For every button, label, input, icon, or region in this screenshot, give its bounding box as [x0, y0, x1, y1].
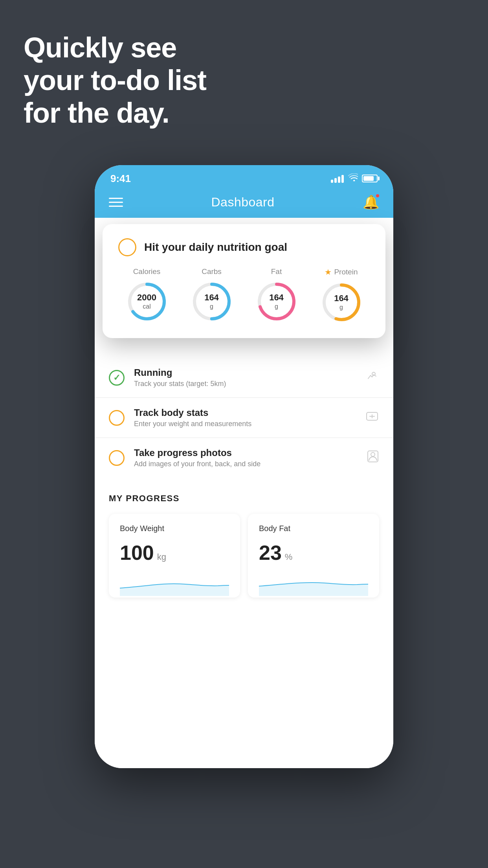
todo-subtitle: Enter your weight and measurements: [134, 420, 365, 428]
app-title: Dashboard: [211, 195, 274, 210]
todo-title: Take progress photos: [134, 447, 367, 458]
card-header: Hit your daily nutrition goal: [118, 238, 370, 256]
scale-icon: [365, 410, 379, 425]
todo-list: ✓ Running Track your stats (target: 5km): [95, 358, 393, 478]
calories-donut: 2000 cal: [125, 280, 169, 323]
calories-value: 2000 cal: [137, 292, 156, 311]
check-icon: ✓: [113, 373, 120, 383]
carbs-value: 164 g: [204, 292, 219, 311]
todo-circle-running: ✓: [109, 370, 125, 386]
body-fat-value-row: 23 %: [259, 541, 368, 565]
progress-section-title: MY PROGRESS: [109, 493, 379, 504]
body-weight-card[interactable]: Body Weight 100 kg: [109, 514, 240, 598]
carbs-label: Carbs: [202, 267, 222, 276]
todo-item-photos[interactable]: Take progress photos Add images of your …: [95, 438, 393, 478]
body-weight-value-row: 100 kg: [120, 541, 229, 565]
notification-dot: [375, 193, 380, 198]
todo-subtitle: Add images of your front, back, and side: [134, 460, 367, 468]
notification-button[interactable]: 🔔: [363, 194, 379, 210]
svg-point-0: [353, 180, 355, 182]
fat-donut: 164 g: [255, 280, 298, 323]
protein-label: ★ Protein: [325, 267, 358, 277]
hero-text: Quickly see your to-do list for the day.: [24, 31, 206, 129]
body-weight-unit: kg: [157, 552, 166, 562]
protein-stat: ★ Protein 164 g: [320, 267, 363, 324]
todo-text-running: Running Track your stats (target: 5km): [134, 367, 365, 388]
nutrition-card[interactable]: Hit your daily nutrition goal Calories 2…: [103, 224, 385, 338]
signal-icon: [331, 174, 344, 183]
app-header: Dashboard 🔔: [95, 189, 393, 218]
carbs-donut: 164 g: [190, 280, 233, 323]
todo-subtitle: Track your stats (target: 5km): [134, 380, 365, 388]
fat-value: 164 g: [269, 292, 284, 311]
fat-stat: Fat 164 g: [255, 267, 298, 324]
body-fat-value: 23: [259, 541, 282, 565]
body-fat-title: Body Fat: [259, 524, 368, 533]
status-time: 9:41: [110, 173, 131, 185]
hamburger-line: [109, 206, 123, 207]
todo-title: Track body stats: [134, 407, 365, 418]
body-fat-chart: [259, 572, 368, 596]
todo-item-body-stats[interactable]: Track body stats Enter your weight and m…: [95, 398, 393, 438]
fat-label: Fat: [271, 267, 282, 276]
carbs-stat: Carbs 164 g: [190, 267, 233, 324]
protein-value: 164 g: [334, 293, 349, 311]
progress-section: MY PROGRESS Body Weight 100 kg: [95, 478, 393, 609]
nutrition-circle: [118, 238, 136, 256]
nutrition-card-title: Hit your daily nutrition goal: [144, 241, 287, 254]
status-bar: 9:41: [95, 165, 393, 189]
todo-text-body-stats: Track body stats Enter your weight and m…: [134, 407, 365, 428]
todo-circle-body-stats: [109, 410, 125, 426]
todo-circle-photos: [109, 450, 125, 466]
todo-item-running[interactable]: ✓ Running Track your stats (target: 5km): [95, 358, 393, 398]
body-fat-unit: %: [285, 552, 293, 562]
todo-text-photos: Take progress photos Add images of your …: [134, 447, 367, 468]
body-fat-card[interactable]: Body Fat 23 %: [248, 514, 379, 598]
running-icon: [365, 371, 379, 384]
body-weight-title: Body Weight: [120, 524, 229, 533]
star-icon: ★: [325, 267, 332, 277]
todo-title: Running: [134, 367, 365, 378]
progress-cards: Body Weight 100 kg Body Fat: [109, 514, 379, 598]
body-weight-chart: [120, 572, 229, 596]
hamburger-line: [109, 198, 123, 199]
hamburger-line: [109, 202, 123, 203]
body-weight-value: 100: [120, 541, 154, 565]
calories-label: Calories: [133, 267, 161, 276]
status-icons: [331, 173, 378, 184]
wifi-icon: [348, 173, 358, 184]
person-icon: [367, 450, 379, 466]
protein-donut: 164 g: [320, 281, 363, 324]
svg-point-3: [371, 452, 375, 456]
nutrition-stats: Calories 2000 cal Carbs: [118, 267, 370, 324]
calories-stat: Calories 2000 cal: [125, 267, 169, 324]
battery-icon: [362, 175, 378, 182]
menu-button[interactable]: [109, 198, 123, 207]
